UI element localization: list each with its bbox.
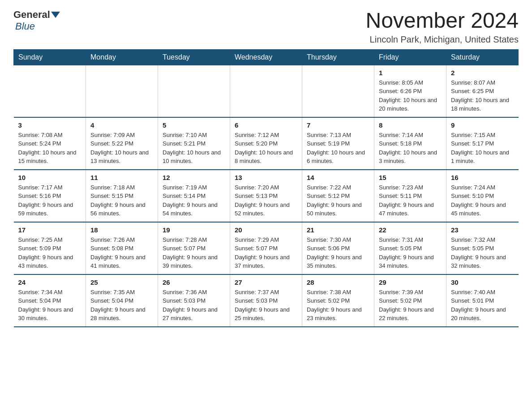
- day-number: 6: [235, 121, 297, 129]
- calendar-cell: 6Sunrise: 7:12 AMSunset: 5:20 PMDaylight…: [230, 117, 302, 170]
- day-number: 23: [451, 226, 514, 234]
- day-number: 20: [235, 226, 297, 234]
- calendar-cell: 18Sunrise: 7:26 AMSunset: 5:08 PMDayligh…: [86, 222, 158, 274]
- logo: General Blue: [13, 9, 61, 32]
- calendar-cell: 19Sunrise: 7:28 AMSunset: 5:07 PMDayligh…: [158, 222, 230, 274]
- day-number: 18: [90, 226, 153, 234]
- day-number: 21: [307, 226, 369, 234]
- calendar-cell: 9Sunrise: 7:15 AMSunset: 5:17 PMDaylight…: [446, 117, 519, 170]
- calendar-week-row: 1Sunrise: 8:05 AMSunset: 6:26 PMDaylight…: [14, 65, 519, 117]
- calendar-cell: 27Sunrise: 7:37 AMSunset: 5:03 PMDayligh…: [230, 274, 302, 327]
- day-info: Sunrise: 7:35 AMSunset: 5:04 PMDaylight:…: [90, 288, 153, 323]
- day-number: 30: [451, 278, 514, 286]
- day-number: 5: [163, 121, 225, 129]
- calendar-title-area: November 2024 Lincoln Park, Michigan, Un…: [365, 9, 519, 45]
- day-number: 14: [307, 174, 369, 181]
- day-number: 10: [18, 174, 82, 181]
- day-info: Sunrise: 7:29 AMSunset: 5:07 PMDaylight:…: [235, 235, 297, 270]
- day-info: Sunrise: 7:22 AMSunset: 5:12 PMDaylight:…: [307, 183, 369, 218]
- calendar-cell: 28Sunrise: 7:38 AMSunset: 5:02 PMDayligh…: [302, 274, 374, 327]
- day-number: 28: [307, 278, 369, 286]
- day-info: Sunrise: 7:25 AMSunset: 5:09 PMDaylight:…: [18, 235, 82, 270]
- month-title: November 2024: [365, 9, 519, 33]
- day-info: Sunrise: 7:34 AMSunset: 5:04 PMDaylight:…: [18, 288, 82, 323]
- day-number: 24: [18, 278, 82, 286]
- day-number: 15: [379, 174, 442, 181]
- calendar-cell: 3Sunrise: 7:08 AMSunset: 5:24 PMDaylight…: [14, 117, 86, 170]
- calendar-cell: [14, 65, 86, 117]
- calendar-cell: 29Sunrise: 7:39 AMSunset: 5:02 PMDayligh…: [374, 274, 446, 327]
- calendar-week-row: 3Sunrise: 7:08 AMSunset: 5:24 PMDaylight…: [14, 117, 519, 170]
- calendar-cell: [86, 65, 158, 117]
- day-info: Sunrise: 7:19 AMSunset: 5:14 PMDaylight:…: [163, 183, 225, 218]
- day-info: Sunrise: 7:39 AMSunset: 5:02 PMDaylight:…: [379, 288, 442, 323]
- calendar-cell: 14Sunrise: 7:22 AMSunset: 5:12 PMDayligh…: [302, 170, 374, 222]
- calendar-week-row: 17Sunrise: 7:25 AMSunset: 5:09 PMDayligh…: [14, 222, 519, 274]
- logo-arrow-icon: [51, 12, 60, 18]
- day-info: Sunrise: 8:07 AMSunset: 6:25 PMDaylight:…: [451, 78, 514, 113]
- day-number: 26: [163, 278, 225, 286]
- day-number: 22: [379, 226, 442, 234]
- calendar-body: 1Sunrise: 8:05 AMSunset: 6:26 PMDaylight…: [14, 65, 519, 327]
- weekday-header: Tuesday: [158, 49, 230, 65]
- day-info: Sunrise: 7:32 AMSunset: 5:05 PMDaylight:…: [451, 235, 514, 270]
- weekday-header: Sunday: [14, 49, 86, 65]
- calendar-cell: [158, 65, 230, 117]
- day-info: Sunrise: 7:37 AMSunset: 5:03 PMDaylight:…: [235, 288, 297, 323]
- weekday-header: Saturday: [446, 49, 519, 65]
- day-info: Sunrise: 7:30 AMSunset: 5:06 PMDaylight:…: [307, 235, 369, 270]
- calendar-cell: 25Sunrise: 7:35 AMSunset: 5:04 PMDayligh…: [86, 274, 158, 327]
- location-subtitle: Lincoln Park, Michigan, United States: [365, 34, 519, 45]
- day-number: 27: [235, 278, 297, 286]
- day-info: Sunrise: 7:09 AMSunset: 5:22 PMDaylight:…: [90, 131, 153, 166]
- calendar-cell: 1Sunrise: 8:05 AMSunset: 6:26 PMDaylight…: [374, 65, 446, 117]
- calendar-cell: 10Sunrise: 7:17 AMSunset: 5:16 PMDayligh…: [14, 170, 86, 222]
- day-info: Sunrise: 7:28 AMSunset: 5:07 PMDaylight:…: [163, 235, 225, 270]
- day-info: Sunrise: 7:40 AMSunset: 5:01 PMDaylight:…: [451, 288, 514, 323]
- day-number: 17: [18, 226, 82, 234]
- calendar-cell: 11Sunrise: 7:18 AMSunset: 5:15 PMDayligh…: [86, 170, 158, 222]
- calendar-week-row: 10Sunrise: 7:17 AMSunset: 5:16 PMDayligh…: [14, 170, 519, 222]
- calendar-table: SundayMondayTuesdayWednesdayThursdayFrid…: [13, 49, 519, 327]
- weekday-header: Friday: [374, 49, 446, 65]
- day-info: Sunrise: 7:17 AMSunset: 5:16 PMDaylight:…: [18, 183, 82, 218]
- weekday-header: Wednesday: [230, 49, 302, 65]
- day-info: Sunrise: 7:20 AMSunset: 5:13 PMDaylight:…: [235, 183, 297, 218]
- day-info: Sunrise: 7:10 AMSunset: 5:21 PMDaylight:…: [163, 131, 225, 166]
- calendar-cell: 16Sunrise: 7:24 AMSunset: 5:10 PMDayligh…: [446, 170, 519, 222]
- day-number: 1: [379, 69, 442, 77]
- calendar-cell: 17Sunrise: 7:25 AMSunset: 5:09 PMDayligh…: [14, 222, 86, 274]
- day-info: Sunrise: 7:12 AMSunset: 5:20 PMDaylight:…: [235, 131, 297, 166]
- calendar-cell: 23Sunrise: 7:32 AMSunset: 5:05 PMDayligh…: [446, 222, 519, 274]
- weekday-header: Monday: [86, 49, 158, 65]
- day-info: Sunrise: 7:26 AMSunset: 5:08 PMDaylight:…: [90, 235, 153, 270]
- day-info: Sunrise: 7:18 AMSunset: 5:15 PMDaylight:…: [90, 183, 153, 218]
- calendar-cell: 7Sunrise: 7:13 AMSunset: 5:19 PMDaylight…: [302, 117, 374, 170]
- day-number: 9: [451, 121, 514, 129]
- calendar-cell: 30Sunrise: 7:40 AMSunset: 5:01 PMDayligh…: [446, 274, 519, 327]
- calendar-cell: [302, 65, 374, 117]
- day-info: Sunrise: 7:38 AMSunset: 5:02 PMDaylight:…: [307, 288, 369, 323]
- day-number: 19: [163, 226, 225, 234]
- calendar-cell: 13Sunrise: 7:20 AMSunset: 5:13 PMDayligh…: [230, 170, 302, 222]
- day-number: 8: [379, 121, 442, 129]
- day-number: 2: [451, 69, 514, 77]
- calendar-cell: 5Sunrise: 7:10 AMSunset: 5:21 PMDaylight…: [158, 117, 230, 170]
- day-info: Sunrise: 7:31 AMSunset: 5:05 PMDaylight:…: [379, 235, 442, 270]
- calendar-cell: 12Sunrise: 7:19 AMSunset: 5:14 PMDayligh…: [158, 170, 230, 222]
- day-info: Sunrise: 7:13 AMSunset: 5:19 PMDaylight:…: [307, 131, 369, 166]
- day-number: 16: [451, 174, 514, 181]
- day-info: Sunrise: 7:14 AMSunset: 5:18 PMDaylight:…: [379, 131, 442, 166]
- day-number: 7: [307, 121, 369, 129]
- calendar-week-row: 24Sunrise: 7:34 AMSunset: 5:04 PMDayligh…: [14, 274, 519, 327]
- logo-general-text: General: [13, 9, 50, 21]
- day-number: 11: [90, 174, 153, 181]
- day-info: Sunrise: 7:24 AMSunset: 5:10 PMDaylight:…: [451, 183, 514, 218]
- day-number: 25: [90, 278, 153, 286]
- day-info: Sunrise: 7:36 AMSunset: 5:03 PMDaylight:…: [163, 288, 225, 323]
- day-number: 3: [18, 121, 82, 129]
- calendar-cell: 21Sunrise: 7:30 AMSunset: 5:06 PMDayligh…: [302, 222, 374, 274]
- calendar-cell: [230, 65, 302, 117]
- page-header: General Blue November 2024 Lincoln Park,…: [13, 9, 519, 45]
- day-info: Sunrise: 7:08 AMSunset: 5:24 PMDaylight:…: [18, 131, 82, 166]
